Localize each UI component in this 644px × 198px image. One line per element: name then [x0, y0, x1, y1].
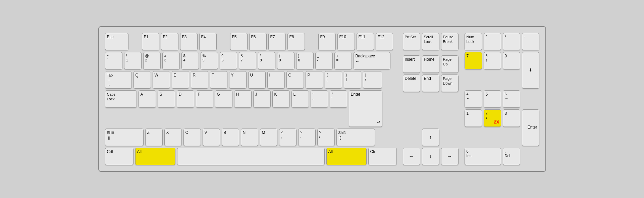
key-k[interactable]: K	[272, 90, 290, 108]
key-semicolon[interactable]: :;	[311, 90, 328, 108]
key-num-star[interactable]: *	[503, 33, 520, 50]
key-num-2[interactable]: 2 ↓ 2X	[484, 109, 501, 127]
key-num-7[interactable]: 7	[465, 52, 482, 69]
key-6[interactable]: ^6	[220, 52, 237, 69]
key-num-3[interactable]: 3	[503, 109, 520, 127]
key-num-4[interactable]: 4←	[465, 90, 482, 108]
key-prt-scr[interactable]: Prt Scr	[403, 33, 420, 50]
key-num-1[interactable]: 1	[465, 109, 482, 127]
key-shift-left[interactable]: Shift⇧	[105, 129, 144, 146]
key-f1[interactable]: F1	[142, 33, 159, 50]
key-s[interactable]: S	[158, 90, 175, 108]
key-ctrl-right[interactable]: Ctrl	[368, 148, 397, 165]
key-t[interactable]: T	[210, 71, 227, 89]
key-arrow-up[interactable]: ↑	[422, 129, 439, 146]
key-4[interactable]: $4	[181, 52, 199, 69]
key-num-plus[interactable]: +	[522, 52, 539, 89]
key-period[interactable]: >.	[298, 129, 316, 146]
key-2[interactable]: @2	[143, 52, 161, 69]
key-tab[interactable]: Tab←→	[105, 71, 132, 89]
key-1[interactable]: !1	[124, 52, 142, 69]
key-alt-right[interactable]: Alt	[326, 148, 367, 165]
key-backslash[interactable]: |\	[363, 71, 382, 89]
key-caps-lock[interactable]: CapsLock	[105, 90, 137, 108]
key-page-down[interactable]: PageDown	[441, 75, 459, 92]
key-0[interactable]: )0	[296, 52, 314, 69]
key-f5[interactable]: F5	[230, 33, 248, 50]
key-end[interactable]: End	[422, 75, 439, 92]
key-f11[interactable]: F11	[357, 33, 374, 50]
key-o[interactable]: O	[286, 71, 304, 89]
key-h[interactable]: H	[234, 90, 252, 108]
key-e[interactable]: E	[172, 71, 189, 89]
key-page-up[interactable]: PageUp	[441, 55, 459, 73]
key-arrow-left[interactable]: ←	[403, 148, 420, 165]
key-num-dot[interactable]: .Del	[503, 148, 520, 165]
key-u[interactable]: U	[248, 71, 266, 89]
key-comma[interactable]: <,	[279, 129, 297, 146]
key-v[interactable]: V	[203, 129, 220, 146]
key-f9[interactable]: F9	[318, 33, 336, 50]
key-f4[interactable]: F4	[199, 33, 217, 50]
key-9[interactable]: (9	[277, 52, 294, 69]
key-num-minus[interactable]: -	[522, 33, 539, 50]
key-d[interactable]: D	[177, 90, 194, 108]
key-tilde[interactable]: ~`	[105, 52, 122, 69]
key-num-9[interactable]: 9	[503, 52, 520, 69]
key-num-5[interactable]: 5	[484, 90, 501, 108]
key-minus[interactable]: _-	[315, 52, 333, 69]
key-shift-right[interactable]: Shift⇧	[336, 129, 375, 146]
key-delete[interactable]: Delete	[403, 75, 420, 92]
key-num-0[interactable]: 0Ins	[465, 148, 501, 165]
key-w[interactable]: W	[153, 71, 170, 89]
key-f[interactable]: F	[196, 90, 213, 108]
key-a[interactable]: A	[139, 90, 156, 108]
key-esc[interactable]: Esc	[105, 33, 128, 50]
key-quote[interactable]: "'	[330, 90, 347, 108]
key-f12[interactable]: F12	[376, 33, 393, 50]
key-i[interactable]: I	[267, 71, 285, 89]
key-lbracket[interactable]: {[	[325, 71, 342, 89]
key-space[interactable]	[177, 148, 325, 165]
key-3[interactable]: #3	[162, 52, 180, 69]
key-q[interactable]: Q	[133, 71, 151, 89]
key-enter[interactable]: Enter ↵	[349, 90, 382, 127]
key-f2[interactable]: F2	[161, 33, 178, 50]
key-l[interactable]: L	[291, 90, 309, 108]
key-num-enter[interactable]: Enter	[522, 109, 539, 146]
key-g[interactable]: G	[215, 90, 232, 108]
key-x[interactable]: X	[164, 129, 182, 146]
key-b[interactable]: B	[222, 129, 239, 146]
key-r[interactable]: R	[191, 71, 208, 89]
key-arrow-down[interactable]: ↓	[422, 148, 439, 165]
key-scroll-lock[interactable]: ScrollLock	[422, 33, 439, 50]
key-num-lock[interactable]: NumLock	[465, 33, 482, 50]
key-f6[interactable]: F6	[249, 33, 267, 50]
key-slash[interactable]: ?/	[317, 129, 335, 146]
key-7[interactable]: &7	[239, 52, 256, 69]
key-rbracket[interactable]: }]	[344, 71, 361, 89]
key-p[interactable]: P	[306, 71, 323, 89]
key-pause-break[interactable]: PauseBreak	[441, 33, 459, 50]
key-f10[interactable]: F10	[337, 33, 355, 50]
key-ctrl-left[interactable]: Crtl	[105, 148, 133, 165]
key-num-6[interactable]: 6→	[503, 90, 520, 108]
key-equals[interactable]: +=	[334, 52, 352, 69]
key-z[interactable]: Z	[145, 129, 163, 146]
key-8[interactable]: *8	[258, 52, 275, 69]
key-f8[interactable]: F8	[287, 33, 305, 50]
key-j[interactable]: J	[253, 90, 271, 108]
key-alt-left[interactable]: Alt	[135, 148, 175, 165]
key-c[interactable]: C	[183, 129, 201, 146]
key-5[interactable]: %5	[201, 52, 218, 69]
key-num-slash[interactable]: /	[484, 33, 501, 50]
key-arrow-right[interactable]: →	[441, 148, 459, 165]
key-home[interactable]: Home	[422, 55, 439, 73]
key-n[interactable]: N	[241, 129, 258, 146]
key-f7[interactable]: F7	[268, 33, 286, 50]
key-f3[interactable]: F3	[180, 33, 198, 50]
key-y[interactable]: Y	[229, 71, 247, 89]
key-num-8[interactable]: 8↑	[484, 52, 501, 69]
key-m[interactable]: M	[260, 129, 277, 146]
key-backspace[interactable]: Backspace←	[354, 52, 390, 69]
